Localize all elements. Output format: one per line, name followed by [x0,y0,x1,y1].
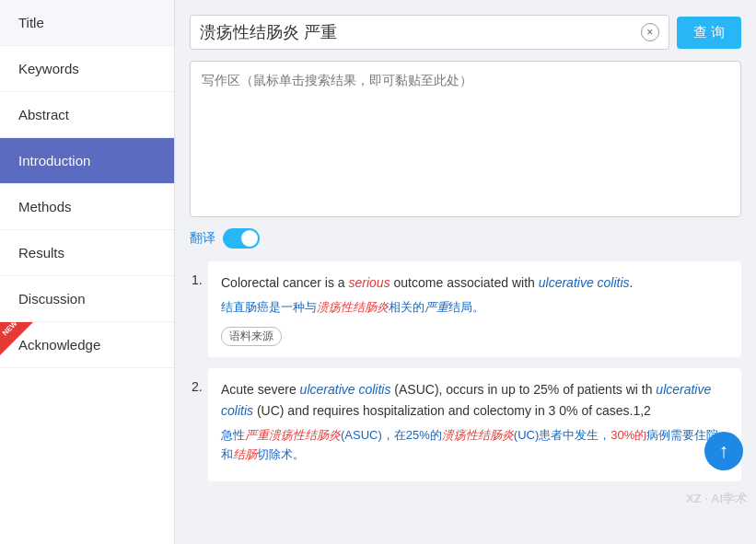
result-item-1: 1. Colorectal cancer is a serious outcom… [208,261,741,357]
results-list: 1. Colorectal cancer is a serious outcom… [190,261,741,481]
result-1-italic-serious: serious [349,275,390,290]
result-2-zh-text: 急性严重溃疡性结肠炎(ASUC)，在25%的溃疡性结肠炎(UC)患者中发生，30… [221,426,728,465]
result-number-2: 2. [192,379,203,394]
sidebar-item-introduction[interactable]: Introduction [0,138,174,184]
source-tag-1[interactable]: 语料来源 [221,327,282,346]
sidebar: Title Keywords Abstract Introduction Met… [0,0,175,544]
result-1-zh-text: 结直肠癌是一种与溃疡性结肠炎相关的严重结局。 [221,298,728,318]
sidebar-item-keywords[interactable]: Keywords [0,46,174,92]
translate-row: 翻译 [190,228,741,249]
result-1-en-text: Colorectal cancer is a serious outcome a… [221,272,728,293]
search-bar: 溃疡性结肠炎 严重 × 查 询 [190,15,741,50]
result-number-1: 1. [192,272,203,287]
sidebar-item-label: Abstract [18,107,69,122]
result-1-zh-serious: 严重 [425,300,448,314]
sidebar-item-label: Discussion [18,291,86,307]
toggle-knob [241,230,258,247]
main-content: 溃疡性结肠炎 严重 × 查 询 翻译 1. Colorectal cancer … [175,0,756,507]
result-2-zh-italic1: 严重溃疡性结肠炎 [245,428,341,442]
clear-button[interactable]: × [641,23,659,41]
sidebar-item-abstract[interactable]: Abstract [0,92,174,138]
sidebar-item-label: Results [18,245,64,260]
scroll-top-button[interactable]: ↑ [704,432,743,470]
sidebar-item-acknowledge[interactable]: NEW Acknowledge [0,322,174,368]
scroll-top-icon: ↑ [719,439,729,463]
translate-label: 翻译 [190,230,215,247]
search-query-text: 溃疡性结肠炎 严重 [200,21,641,43]
sidebar-item-label: Title [18,15,44,30]
result-2-zh-italic4: 结肠 [233,447,257,461]
query-button[interactable]: 查 询 [677,17,741,49]
sidebar-item-title[interactable]: Title [0,0,174,46]
result-2-en-text: Acute severe ulcerative colitis (ASUC), … [221,379,728,421]
result-1-italic-uc: ulcerative colitis [539,275,630,290]
writing-area[interactable] [190,61,741,217]
sidebar-item-methods[interactable]: Methods [0,184,174,230]
result-2-italic-uc1: ulcerative colitis [300,382,391,397]
result-2-italic-uc2: ulcerative colitis [221,382,711,417]
sidebar-item-discussion[interactable]: Discussion [0,276,174,322]
translate-toggle[interactable] [223,228,260,249]
sidebar-item-results[interactable]: Results [0,230,174,276]
result-2-zh-italic2: 溃疡性结肠炎 [442,428,514,442]
sidebar-item-label: Methods [18,199,72,214]
search-input-wrapper: 溃疡性结肠炎 严重 × [190,15,669,50]
result-item-2: 2. Acute severe ulcerative colitis (ASUC… [208,368,741,480]
sidebar-item-label: Introduction [18,153,90,168]
sidebar-item-label: Keywords [18,61,79,76]
result-1-zh-uc: 溃疡性结肠炎 [317,300,389,314]
main-wrapper: 溃疡性结肠炎 严重 × 查 询 翻译 1. Colorectal cancer … [175,0,756,544]
result-2-zh-italic3: 30%的 [611,428,646,442]
